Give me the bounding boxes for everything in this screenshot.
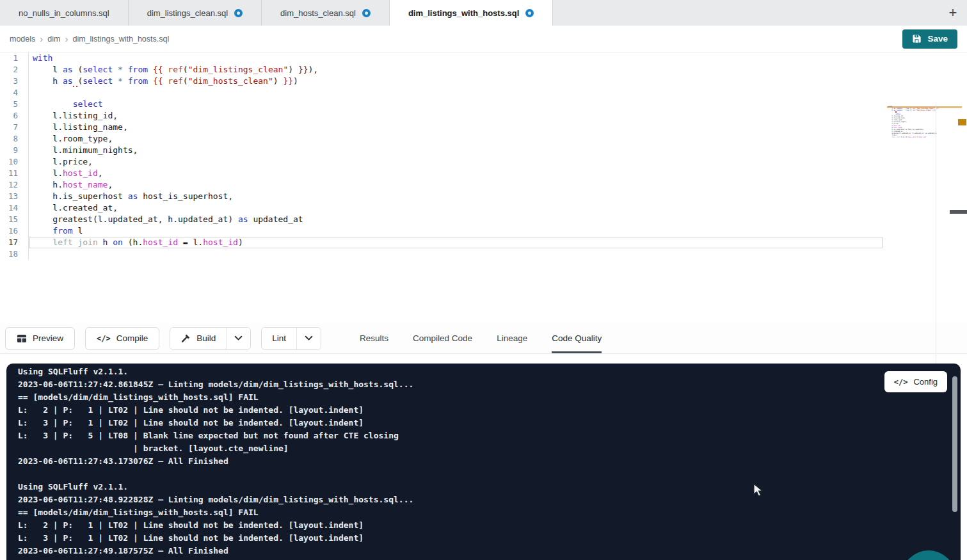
unsaved-changes-icon [362,9,371,17]
unsaved-changes-icon [234,9,243,17]
code-line[interactable]: 9 l.minimum_nights, [0,145,887,156]
panel-tab-results[interactable]: Results [360,323,388,353]
line-number: 13 [0,191,29,202]
editor-tab[interactable]: no_nulls_in_columns.sql [0,0,129,26]
terminal-scrollbar[interactable] [952,376,957,512]
tab-label: dim_listings_with_hosts.sql [408,8,519,18]
code-text: l as (select * from {{ ref("dim_listings… [29,64,318,76]
tab-label: dim_hosts_clean.sql [280,8,356,18]
line-number: 15 [0,214,29,225]
code-line[interactable]: 17 left join h on (h.host_id = l.host_id… [0,237,887,248]
code-line[interactable]: 8 l.room_type, [0,133,887,145]
preview-table-icon [17,333,27,344]
line-number: 12 [0,179,29,191]
code-line[interactable]: 2 l as (select * from {{ ref("dim_listin… [0,64,887,76]
terminal-line: L: 2 | P: 1 | LT02 | Line should not be … [18,404,961,417]
overview-ruler [936,105,936,376]
terminal-line: Using SQLFluff v2.1.1. [18,481,961,493]
code-line[interactable]: 10 l.price, [0,156,887,168]
code-text [29,248,33,260]
scroll-position-marker[interactable] [950,210,967,214]
code-text: l.created_at, [29,202,118,214]
new-tab-button[interactable]: + [939,0,967,26]
config-button[interactable]: </> Config [884,371,947,392]
terminal-line: 2023-06-06T11:27:48.922828Z — Linting mo… [18,493,961,506]
code-text: l.room_type, [29,133,113,145]
line-number: 8 [0,133,29,145]
lint-label: Lint [272,333,286,343]
terminal-line: 2023-06-06T11:27:49.187575Z — All Finish… [18,545,961,557]
code-line[interactable]: 5 select [0,99,887,110]
save-label: Save [927,34,948,44]
terminal-line: 2023-06-06T11:27:42.861845Z — Linting mo… [18,378,961,391]
preview-button[interactable]: Preview [5,327,75,350]
result-panel-tabs: ResultsCompiled CodeLineageCode Quality [360,323,602,353]
terminal-line: == [models/dim/dim_listings_with_hosts.s… [18,506,961,519]
terminal-line: L: 2 | P: 1 | LT02 | Line should not be … [18,519,961,532]
lint-dropdown-button[interactable] [297,328,321,349]
line-number: 2 [0,64,29,76]
code-text: h.host_name, [29,179,113,191]
breadcrumb-separator: › [65,33,68,44]
terminal-line: L: 3 | P: 5 | LT08 | Blank line expected… [18,429,961,442]
terminal-output: Using SQLFluff v2.1.1.2023-06-06T11:27:4… [18,365,961,557]
code-line[interactable]: 15 greatest(l.updated_at, h.updated_at) … [0,214,887,225]
code-line[interactable]: 6 l.listing_id, [0,110,887,122]
terminal-line: L: 3 | P: 1 | LT02 | Line should not be … [18,532,961,545]
breadcrumb: models›dim›dim_listings_with_hosts.sql [10,33,169,44]
save-button[interactable]: Save [902,29,957,49]
lint-warning-marker [958,119,966,125]
code-area[interactable]: 1with2 l as (select * from {{ ref("dim_l… [0,52,887,260]
code-editor[interactable]: 1with2 l as (select * from {{ ref("dim_l… [0,52,967,323]
minimap-line [888,138,936,140]
breadcrumb-bar: models›dim›dim_listings_with_hosts.sql S… [0,26,967,52]
breadcrumb-segment[interactable]: dim [47,35,60,44]
code-icon: </> [97,334,111,343]
code-text: h.is_superhost as host_is_superhost, [29,191,233,202]
minimap[interactable]: with l as (select * from {{ ref("dim_lis… [888,106,936,140]
breadcrumb-segment[interactable]: dim_listings_with_hosts.sql [72,35,169,44]
line-number: 16 [0,225,29,237]
editor-tab[interactable]: dim_listings_with_hosts.sql [390,0,553,26]
code-line[interactable]: 7 l.listing_name, [0,122,887,133]
code-line[interactable]: 16 from l [0,225,887,237]
panel-tab-compiled-code[interactable]: Compiled Code [413,323,472,353]
code-line[interactable]: 1with [0,52,887,64]
lint-button[interactable]: Lint [262,328,296,349]
line-number: 18 [0,248,29,260]
build-label: Build [196,333,216,343]
editor-tab[interactable]: dim_listings_clean.sql [129,0,262,26]
code-text: l.listing_name, [29,122,128,133]
code-line[interactable]: 3 h as (select * from {{ ref("dim_hosts_… [0,76,887,87]
code-icon: </> [894,378,908,387]
code-line[interactable]: 14 l.created_at, [0,202,887,214]
tab-label: dim_listings_clean.sql [147,8,228,18]
code-text: l.minimum_nights, [29,145,138,156]
code-line[interactable]: 12 h.host_name, [0,179,887,191]
code-line[interactable]: 11 l.host_id, [0,168,887,179]
code-line[interactable]: 18 [0,248,887,260]
editor-tab-strip: no_nulls_in_columns.sqldim_listings_clea… [0,0,967,26]
terminal-line: | bracket. [layout.cte_newline] [18,442,961,455]
line-number: 10 [0,156,29,168]
editor-tab[interactable]: dim_hosts_clean.sql [262,0,390,26]
breadcrumb-separator: › [40,33,43,44]
build-button[interactable]: Build [170,328,226,349]
code-line[interactable]: 4 [0,87,887,99]
panel-tab-code-quality[interactable]: Code Quality [552,323,602,353]
build-button-group: Build [170,327,251,350]
unsaved-changes-icon [525,9,534,17]
line-number: 3 [0,76,29,87]
build-dropdown-button[interactable] [227,328,250,349]
terminal-line: 2023-06-06T11:27:43.173076Z — All Finish… [18,455,961,468]
code-text: greatest(l.updated_at, h.updated_at) as … [29,214,303,225]
chevron-down-icon [234,335,243,341]
breadcrumb-segment[interactable]: models [10,35,35,44]
compile-button[interactable]: </> Compile [85,327,159,350]
panel-tab-lineage[interactable]: Lineage [497,323,527,353]
code-line[interactable]: 13 h.is_superhost as host_is_superhost, [0,191,887,202]
code-text: from l [29,225,83,237]
line-number: 6 [0,110,29,122]
lint-output-terminal: Using SQLFluff v2.1.1.2023-06-06T11:27:4… [6,364,961,560]
code-text: select [29,99,103,110]
